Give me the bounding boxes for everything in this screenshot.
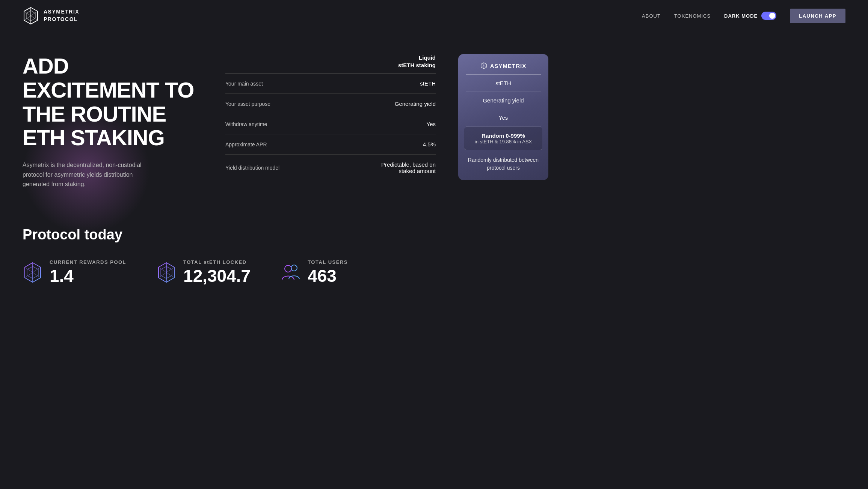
logo-text: ASYMETRIX PROTOCOL (44, 8, 79, 23)
stat-value-steth: 12,304.7 (183, 266, 251, 286)
row-value-withdraw: Yes (427, 121, 436, 127)
stat-rewards-pool: CURRENT REWARDS POOL 1.4 (23, 259, 126, 286)
row-value-asset: stETH (420, 80, 436, 87)
stat-value-rewards: 1.4 (50, 266, 126, 286)
eth-diamond-icon-rewards (23, 261, 43, 284)
table-row: Your asset purpose Generating yield (225, 94, 436, 114)
stat-value-users: 463 (308, 266, 348, 286)
table-row: Your main asset stETH (225, 74, 436, 94)
protocol-section-title: Protocol today (23, 227, 845, 243)
stat-label-steth: TOTAL stETH LOCKED (183, 259, 251, 265)
row-value-apr: 4,5% (423, 141, 436, 147)
dark-mode-label: DARK MODE (724, 13, 758, 19)
comparison-table: Your main asset stETH Your asset purpose… (225, 74, 436, 181)
hero-description: Asymetrix is the decentralized, non-cust… (23, 160, 158, 189)
row-label-purpose: Your asset purpose (225, 101, 270, 107)
table-row: Withdraw anytime Yes (225, 114, 436, 134)
card-row-withdraw: Yes (466, 109, 541, 126)
row-label-apr: Approximate APR (225, 141, 267, 147)
row-value-model: Predictable, based onstaked amount (381, 161, 436, 174)
logo-icon (23, 7, 39, 25)
logo[interactable]: ASYMETRIX PROTOCOL (23, 7, 79, 25)
card-distribution: Randomly distributed between protocol us… (466, 151, 541, 172)
card-logo-icon (480, 62, 487, 69)
stat-total-users: TOTAL USERS 463 (281, 259, 348, 286)
highlight-main: Random 0-999% (464, 132, 542, 139)
stat-label-users: TOTAL USERS (308, 259, 348, 265)
dark-mode-toggle[interactable]: DARK MODE (724, 12, 776, 20)
toggle-switch[interactable] (761, 12, 776, 20)
card-row-asset: stETH (466, 75, 541, 92)
row-label-withdraw: Withdraw anytime (225, 121, 267, 127)
highlight-sub: in stETH & 19.88% in ASX (464, 139, 542, 144)
row-label-asset: Your main asset (225, 81, 263, 87)
card-row-purpose: Generating yield (466, 92, 541, 109)
nav-about[interactable]: ABOUT (642, 13, 661, 19)
svg-point-20 (291, 265, 297, 271)
card-title: ASYMETRIX (490, 63, 527, 69)
row-value-purpose: Generating yield (395, 101, 436, 107)
table-row: Yield distribution model Predictable, ba… (225, 155, 436, 181)
svg-point-19 (285, 265, 291, 272)
nav-tokenomics[interactable]: TOKENOMICS (674, 13, 711, 19)
table-column-header: LiquidstETH staking (225, 54, 436, 69)
asymetrix-card: ASYMETRIX stETH Generating yield Yes Ran… (458, 54, 548, 180)
users-icon (281, 261, 301, 284)
launch-app-button[interactable]: LAUNCH APP (790, 9, 845, 23)
eth-diamond-icon-steth (156, 261, 177, 284)
row-label-model: Yield distribution model (225, 165, 279, 171)
stat-steth-locked: TOTAL stETH LOCKED 12,304.7 (156, 259, 251, 286)
table-row: Approximate APR 4,5% (225, 134, 436, 155)
hero-title: ADD EXCITEMENT TO THE ROUTINE ETH STAKIN… (23, 54, 203, 150)
card-row-apr: Random 0-999% in stETH & 19.88% in ASX (464, 127, 542, 150)
stat-label-rewards: CURRENT REWARDS POOL (50, 259, 126, 265)
